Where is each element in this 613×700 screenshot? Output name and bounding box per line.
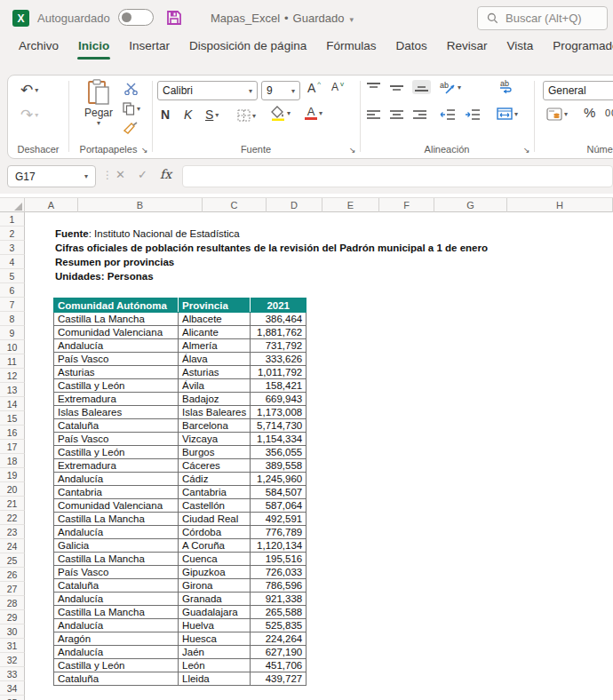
table-row[interactable]: País Vasco Vizcaya 1,154,334 — [54, 433, 306, 446]
column-header[interactable]: H — [507, 198, 613, 212]
row-number[interactable]: 27 — [0, 582, 25, 596]
wrap-text-button[interactable]: ab — [498, 79, 516, 98]
cell-population[interactable]: 726,033 — [251, 566, 306, 579]
cell-population[interactable]: 158,421 — [251, 379, 306, 393]
table-row[interactable]: Comunidad Valenciana Alicante 1,881,762 — [54, 326, 306, 339]
ribbon-tab[interactable]: Insertar — [119, 37, 179, 59]
cell-provincia[interactable]: Burgos — [179, 446, 251, 459]
worksheet[interactable]: ABCDEFGH 1234567891011121314151617181920… — [0, 194, 613, 700]
row-number[interactable]: 11 — [0, 354, 25, 369]
document-title[interactable]: Mapas_Excel•Guardado▾ — [211, 12, 354, 25]
row-number[interactable]: 22 — [0, 511, 25, 525]
cell-population[interactable]: 731,792 — [251, 339, 306, 353]
cell-comunidad[interactable]: Extremadura — [54, 459, 179, 473]
cut-button[interactable] — [124, 83, 139, 95]
row-number[interactable]: 4 — [0, 255, 25, 269]
ribbon-tab[interactable]: Revisar — [437, 37, 498, 59]
cell-population[interactable]: 525,835 — [251, 619, 306, 632]
accounting-format-button[interactable]: ▾ — [546, 107, 568, 121]
ribbon-tab[interactable]: Archivo — [9, 37, 68, 59]
row-number[interactable]: 25 — [0, 553, 25, 568]
cell-comunidad[interactable]: Andalucía — [54, 593, 179, 606]
cell-comunidad[interactable]: Comunidad Valenciana — [54, 499, 179, 513]
row-number[interactable]: 28 — [0, 596, 25, 610]
row-number[interactable]: 2 — [0, 227, 25, 241]
cell-comunidad[interactable]: País Vasco — [54, 433, 179, 446]
decrease-indent-button[interactable] — [440, 109, 455, 120]
shrink-font-button[interactable]: Av — [331, 81, 344, 93]
cell-population[interactable]: 786,596 — [251, 579, 306, 593]
cell-provincia[interactable]: Huelva — [179, 619, 251, 632]
table-row[interactable]: Cataluña Barcelona 5,714,730 — [54, 419, 306, 433]
table-row[interactable]: Extremadura Badajoz 669,943 — [54, 393, 306, 406]
cell-provincia[interactable]: Almería — [179, 339, 251, 353]
cell-population[interactable]: 265,588 — [251, 606, 306, 619]
row-number[interactable]: 8 — [0, 312, 25, 326]
align-center-button[interactable] — [390, 109, 403, 120]
column-header[interactable]: F — [379, 198, 434, 212]
format-painter-button[interactable] — [123, 122, 139, 136]
cell-provincia[interactable]: Cádiz — [179, 473, 251, 486]
clipboard-dialog-launcher[interactable]: ↘ — [141, 146, 148, 155]
table-row[interactable]: Castilla La Mancha Cuenca 195,516 — [54, 553, 306, 566]
bold-button[interactable]: N — [161, 107, 170, 122]
ribbon-tab[interactable]: Programador — [543, 37, 613, 59]
column-header[interactable]: D — [267, 198, 322, 212]
copy-button[interactable]: ▾ — [123, 102, 140, 115]
cell-comunidad[interactable]: Castilla La Mancha — [54, 553, 179, 566]
cell-population[interactable]: 669,943 — [251, 393, 306, 406]
cell-provincia[interactable]: Castellón — [179, 499, 251, 513]
row-number[interactable]: 3 — [0, 241, 25, 255]
cell-provincia[interactable]: Asturias — [179, 366, 251, 379]
align-left-button[interactable] — [367, 109, 380, 120]
cell-population[interactable]: 195,516 — [251, 553, 306, 566]
row-number[interactable]: 29 — [0, 610, 25, 624]
table-row[interactable]: Asturias Asturias 1,011,792 — [54, 366, 306, 379]
cell-population[interactable]: 587,064 — [251, 499, 306, 513]
cell-population[interactable]: 584,507 — [251, 486, 306, 499]
cell-provincia[interactable]: León — [179, 659, 251, 672]
table-row[interactable]: Castilla La Mancha Ciudad Real 492,591 — [54, 513, 306, 526]
cell-provincia[interactable]: Guadalajara — [179, 606, 251, 619]
cell-comunidad[interactable]: Castilla y León — [54, 446, 179, 459]
cell-comunidad[interactable]: Galicia — [54, 539, 179, 553]
table-row[interactable]: Castilla La Mancha Albacete 386,464 — [54, 313, 306, 326]
alignment-dialog-launcher[interactable]: ↘ — [523, 146, 530, 155]
cell-provincia[interactable]: Ciudad Real — [179, 513, 251, 526]
merge-center-button[interactable]: ▾ — [497, 107, 518, 120]
table-row[interactable]: Comunidad Valenciana Castellón 587,064 — [54, 499, 306, 513]
table-row[interactable]: País Vasco Álava 333,626 — [54, 353, 306, 366]
save-button[interactable] — [165, 9, 183, 27]
row-number[interactable]: 21 — [0, 497, 25, 511]
row-number[interactable]: 26 — [0, 568, 25, 582]
row-number[interactable]: 16 — [0, 426, 25, 440]
table-row[interactable]: Castilla La Mancha Guadalajara 265,588 — [54, 606, 306, 619]
cell-population[interactable]: 627,190 — [251, 646, 306, 659]
font-dialog-launcher[interactable]: ↘ — [349, 146, 356, 155]
cell-comunidad[interactable]: Asturias — [54, 366, 179, 379]
search-input[interactable]: Buscar (Alt+Q) — [477, 6, 608, 30]
underline-button[interactable]: S ▾ — [205, 107, 219, 122]
table-row[interactable]: Andalucía Almería 731,792 — [54, 339, 306, 353]
column-header[interactable]: A — [25, 198, 78, 212]
row-number[interactable]: 30 — [0, 624, 25, 639]
orientation-button[interactable]: ab ▾ — [440, 81, 461, 94]
cell-comunidad[interactable]: Castilla y León — [54, 659, 179, 672]
sheet-content[interactable]: Fuente: Instituto Nacional de Estadístic… — [25, 212, 613, 700]
table-row[interactable]: Andalucía Cádiz 1,245,960 — [54, 473, 306, 486]
cell-provincia[interactable]: Ávila — [179, 379, 251, 393]
number-format-select[interactable]: General ▾ — [543, 81, 613, 100]
column-header[interactable]: C — [203, 198, 267, 212]
fill-color-button[interactable]: ▾ — [271, 106, 291, 121]
insert-function-icon[interactable]: fx — [160, 167, 171, 181]
cell-provincia[interactable]: Córdoba — [179, 526, 251, 539]
row-number[interactable]: 6 — [0, 283, 25, 298]
cell-comunidad[interactable]: Cataluña — [54, 419, 179, 433]
ribbon-tab[interactable]: Vista — [497, 37, 543, 59]
cell-provincia[interactable]: Islas Baleares — [179, 406, 251, 419]
row-number[interactable]: 14 — [0, 397, 25, 411]
cell-comunidad[interactable]: Castilla La Mancha — [54, 513, 179, 526]
cell-comunidad[interactable]: Andalucía — [54, 646, 179, 659]
name-box[interactable]: G17 ▾ — [7, 165, 96, 187]
ribbon-tab[interactable]: Datos — [386, 37, 436, 59]
